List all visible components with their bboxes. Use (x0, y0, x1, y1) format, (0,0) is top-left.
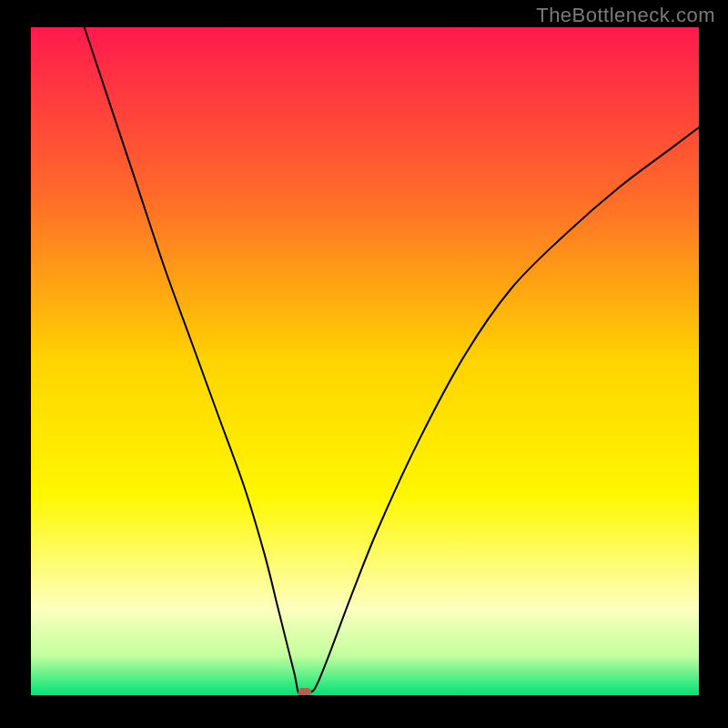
plot-background (31, 27, 699, 695)
frame-border-bottom (0, 695, 728, 728)
optimal-point (298, 688, 312, 696)
watermark-text: TheBottleneck.com (536, 4, 715, 27)
frame-border-right (699, 0, 728, 728)
frame-border-left (0, 0, 31, 728)
chart-frame: TheBottleneck.com (0, 0, 728, 728)
chart-canvas (0, 0, 728, 728)
